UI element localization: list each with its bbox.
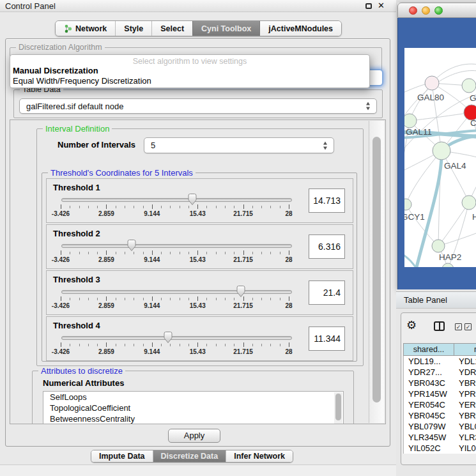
network-window-titlebar[interactable]: [397, 3, 476, 18]
tick-mark: [261, 252, 262, 254]
tick-mark: [125, 344, 125, 346]
tick-label: -3.426: [43, 256, 79, 263]
tick-label: -3.426: [43, 348, 79, 355]
table-row[interactable]: YPR145WYPR1: [404, 388, 476, 399]
attribute-item-topologicalcoefficient[interactable]: TopologicalCoefficient: [43, 403, 343, 413]
table-row[interactable]: YIL052CYIL0: [404, 443, 476, 454]
tick-mark: [180, 344, 180, 346]
tick-mark: [161, 298, 162, 300]
table-row[interactable]: YBL079WYBL0: [404, 421, 476, 432]
thresholds-group-title: Threshold's Coordinates for 5 Intervals: [48, 168, 196, 178]
threshold-value-field[interactable]: 6.316: [309, 234, 345, 259]
columns-icon[interactable]: [434, 321, 445, 331]
tick-mark: [134, 298, 134, 300]
tick-label: 9.144: [134, 256, 170, 263]
tick-mark: [180, 206, 180, 208]
table-panel: Table Panel ⚙ ✓ ✓ shared...n YDL19...YDL…: [396, 289, 476, 476]
tick-mark: [280, 252, 280, 254]
tick-mark: [106, 342, 107, 347]
table-cell: YER0: [455, 399, 476, 410]
slider-track[interactable]: [61, 244, 292, 248]
table-row[interactable]: YBR045CYBR0: [404, 410, 476, 421]
panel-scrollbar[interactable]: [369, 121, 384, 423]
slider-track[interactable]: [61, 290, 292, 294]
slider-track[interactable]: [61, 336, 292, 340]
attribute-item-selfloops[interactable]: SelfLoops: [43, 392, 343, 403]
tick-mark: [216, 344, 217, 346]
combo-arrows-icon: [366, 102, 371, 111]
tick-label: 28: [271, 210, 307, 217]
zoom-traffic-light-icon[interactable]: [434, 6, 443, 15]
table-row[interactable]: YDR27...YDR2: [404, 367, 476, 378]
table-row[interactable]: YBR043CYBR0: [404, 378, 476, 388]
cyni-toolbox-panel: Discretization Algorithm Select algorith…: [5, 38, 390, 447]
slider-thumb[interactable]: [163, 331, 173, 344]
threshold-label: Threshold 1: [53, 183, 100, 192]
gear-icon[interactable]: ⚙: [406, 319, 417, 332]
tab-infer-network[interactable]: Infer Network: [226, 450, 293, 462]
table-row[interactable]: YLR345WYLR3: [404, 432, 476, 443]
tab-label: jActiveMNodules: [268, 24, 333, 33]
tick-mark: [243, 250, 244, 255]
slider-track[interactable]: [61, 198, 292, 202]
tab-discretize-data[interactable]: Discretize Data: [153, 450, 226, 462]
tab-style[interactable]: Style: [115, 21, 151, 36]
attributes-group-title: Attributes to discretize: [38, 366, 125, 376]
tick-mark: [79, 206, 80, 208]
column-header-shared[interactable]: shared...: [403, 343, 454, 356]
tick-mark: [225, 252, 226, 254]
network-graph: GAL80GACGAL11GAL4GCY1HHAP2: [404, 48, 476, 267]
close-icon[interactable]: ✕: [378, 1, 385, 10]
panel-scrollbar-thumb[interactable]: [372, 137, 381, 403]
settings-scroll-area: Interval Definition Number of Intervals …: [10, 119, 386, 424]
slider-thumb[interactable]: [127, 239, 137, 252]
slider-thumb[interactable]: [236, 285, 246, 298]
tick-label: 15.43: [180, 210, 215, 217]
tick-mark: [161, 252, 162, 254]
tick-label: 2.859: [88, 256, 124, 263]
tick-mark: [88, 252, 89, 254]
float-window-icon[interactable]: [365, 3, 372, 9]
apply-button[interactable]: Apply: [168, 429, 220, 443]
tick-mark: [206, 206, 207, 208]
tab-select[interactable]: Select: [151, 21, 192, 36]
tab-label: Network: [75, 24, 107, 33]
list-scrollbar[interactable]: [334, 392, 342, 424]
tick-label: 21.715: [226, 348, 261, 355]
number-of-intervals-combobox[interactable]: 5: [144, 137, 334, 153]
tick-mark: [143, 206, 144, 208]
tick-mark: [61, 342, 61, 347]
column-header-n[interactable]: n: [454, 343, 476, 356]
algorithm-option-manual-discretization[interactable]: Manual Discretization: [10, 66, 369, 76]
tab-cyni-toolbox[interactable]: Cyni Toolbox: [192, 21, 259, 36]
tab-jactivemnodules[interactable]: jActiveMNodules: [259, 21, 341, 36]
slider-thumb[interactable]: [187, 193, 197, 206]
table-data-combobox[interactable]: galFiltered.sif default node: [19, 98, 377, 114]
tick-label: 2.859: [88, 210, 124, 217]
tick-mark: [289, 342, 289, 347]
tick-mark: [188, 206, 189, 208]
table-cell: YBR0: [455, 378, 476, 388]
close-traffic-light-icon[interactable]: [409, 6, 417, 15]
table-cell: YBR043C: [404, 378, 455, 388]
table-row[interactable]: YER054CYER0: [404, 399, 476, 410]
threshold-value-field[interactable]: 11.344: [309, 326, 345, 351]
threshold-value-field[interactable]: 21.4: [309, 280, 345, 305]
tick-label: 9.144: [134, 302, 170, 309]
tick-mark: [134, 344, 134, 346]
checkbox-icon[interactable]: ✓: [455, 323, 462, 330]
checkbox-icon[interactable]: ✓: [464, 323, 472, 330]
numerical-attributes-list[interactable]: SelfLoopsTopologicalCoefficientBetweenne…: [43, 391, 344, 424]
threshold-label: Threshold 2: [53, 229, 100, 238]
attribute-item-betweennesscentrality[interactable]: BetweennessCentrality: [43, 413, 343, 424]
tick-mark: [243, 204, 244, 209]
table-row[interactable]: YDL19...YDL1: [404, 356, 476, 367]
list-scrollbar-thumb[interactable]: [335, 394, 341, 420]
minimize-traffic-light-icon[interactable]: [422, 6, 430, 15]
tab-impute-data[interactable]: Impute Data: [91, 450, 153, 462]
threshold-value-field[interactable]: 14.713: [309, 188, 345, 213]
algorithm-option-equal-width-frequency-discretization[interactable]: Equal Width/Frequency Discretization: [10, 76, 369, 86]
tab-network[interactable]: Network: [56, 21, 115, 36]
tick-mark: [234, 298, 234, 300]
network-canvas[interactable]: GAL80GACGAL11GAL4GCY1HHAP2: [404, 48, 476, 267]
